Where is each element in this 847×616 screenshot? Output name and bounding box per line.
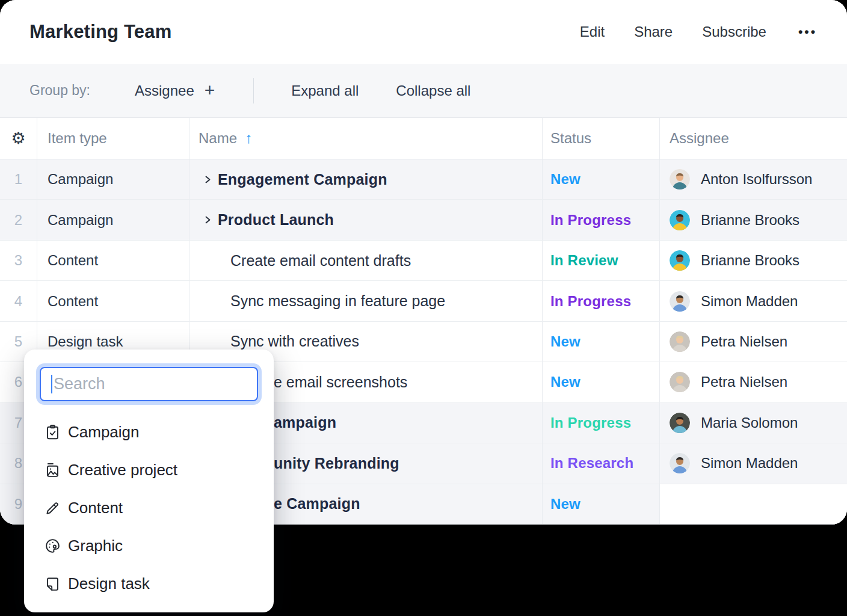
- assignee-cell[interactable]: Petra Nielsen: [660, 322, 847, 362]
- text-caret: [51, 375, 52, 393]
- column-header-assignee[interactable]: Assignee: [660, 118, 847, 159]
- dropdown-item-label: Creative project: [68, 461, 177, 479]
- table-row[interactable]: 4 Content Sync messaging in feature page…: [0, 281, 847, 321]
- assignee-cell[interactable]: Simon Madden: [660, 443, 847, 483]
- dropdown-item-creative-project[interactable]: Creative project: [24, 451, 274, 489]
- dropdown-item-label: Content: [68, 499, 123, 517]
- task-name: ampaign: [274, 414, 336, 431]
- chevron-right-icon[interactable]: [203, 215, 212, 224]
- toolbar: Group by: Assignee + Expand all Collapse…: [0, 64, 847, 117]
- sort-ascending-icon[interactable]: ↑: [245, 129, 253, 147]
- avatar: [670, 169, 690, 189]
- dropdown-item-campaign[interactable]: Campaign: [24, 413, 274, 451]
- assignee-cell[interactable]: Anton Isolfursson: [660, 159, 847, 199]
- status-cell[interactable]: New: [543, 159, 660, 199]
- column-header-name[interactable]: Name ↑: [189, 118, 543, 159]
- add-group-icon[interactable]: +: [205, 81, 215, 99]
- avatar: [670, 453, 690, 473]
- note-icon: [45, 576, 61, 592]
- assignee-name: Simon Madden: [701, 455, 798, 472]
- status-cell[interactable]: New: [543, 362, 660, 402]
- status-cell[interactable]: New: [543, 484, 660, 524]
- assignee-name: Anton Isolfursson: [701, 171, 812, 188]
- assignee-name: Maria Solomon: [701, 414, 798, 431]
- task-name: Create email content drafts: [230, 252, 411, 270]
- avatar: [670, 291, 690, 312]
- expand-all-button[interactable]: Expand all: [291, 82, 359, 99]
- dropdown-item-graphic[interactable]: Graphic: [24, 527, 274, 565]
- status-cell[interactable]: In Progress: [543, 200, 660, 239]
- assignee-cell[interactable]: Maria Solomon: [660, 403, 847, 443]
- name-cell[interactable]: Engagement Campaign: [189, 159, 543, 199]
- task-name: e Campaign: [274, 495, 360, 513]
- task-name: Product Launch: [218, 211, 334, 229]
- item-type-cell[interactable]: Campaign: [37, 200, 189, 239]
- assignee-name: Petra Nielsen: [701, 333, 787, 350]
- row-number: 2: [0, 200, 37, 239]
- dropdown-item-content[interactable]: Content: [24, 489, 274, 527]
- column-header-label: Assignee: [670, 130, 729, 147]
- dropdown-item-label: Campaign: [68, 423, 140, 442]
- column-header-item-type[interactable]: Item type: [37, 118, 189, 159]
- status-badge: In Research: [550, 455, 633, 472]
- table-row[interactable]: 3 Content Create email content drafts In…: [0, 241, 847, 281]
- group-by-selector[interactable]: Assignee +: [135, 82, 215, 100]
- group-by-value: Assignee: [135, 82, 194, 99]
- collapse-all-button[interactable]: Collapse all: [396, 82, 470, 99]
- assignee-cell[interactable]: Brianne Brooks: [660, 200, 847, 239]
- image-icon: [45, 462, 61, 478]
- dropdown-item-list: Campaign Creative project Content Graphi…: [24, 413, 274, 603]
- assignee-cell[interactable]: Brianne Brooks: [660, 241, 847, 280]
- status-cell[interactable]: New: [543, 322, 660, 362]
- assignee-cell[interactable]: [660, 484, 847, 524]
- title-actions: Edit Share Subscribe •••: [580, 23, 817, 40]
- item-type-cell[interactable]: Content: [37, 241, 189, 280]
- search-input[interactable]: [40, 367, 258, 401]
- assignee-name: Brianne Brooks: [701, 252, 799, 269]
- dropdown-item-design-task[interactable]: Design task: [24, 565, 274, 603]
- row-number: 4: [0, 281, 37, 321]
- status-cell[interactable]: In Review: [543, 241, 660, 280]
- status-cell[interactable]: In Progress: [543, 281, 660, 321]
- avatar: [670, 210, 690, 230]
- row-number: 1: [0, 159, 37, 199]
- toolbar-divider: [253, 78, 254, 103]
- assignee-name: Petra Nielsen: [701, 374, 787, 390]
- chevron-right-icon[interactable]: [203, 175, 212, 184]
- name-cell[interactable]: Sync messaging in feature page: [189, 281, 543, 321]
- assignee-cell[interactable]: Simon Madden: [660, 281, 847, 321]
- status-cell[interactable]: In Research: [543, 443, 660, 483]
- name-cell[interactable]: Product Launch: [189, 200, 543, 239]
- status-badge: In Review: [550, 252, 618, 269]
- status-badge: New: [550, 374, 581, 390]
- status-badge: New: [550, 496, 581, 513]
- subscribe-button[interactable]: Subscribe: [702, 23, 766, 40]
- item-type-cell[interactable]: Content: [37, 281, 189, 321]
- column-header-status[interactable]: Status: [543, 118, 660, 159]
- status-badge: New: [550, 333, 581, 350]
- assignee-cell[interactable]: Petra Nielsen: [660, 362, 847, 402]
- gear-icon: ⚙: [11, 131, 25, 147]
- more-menu-button[interactable]: •••: [796, 25, 817, 39]
- dropdown-item-label: Design task: [68, 574, 150, 593]
- row-number: 3: [0, 241, 37, 280]
- table-row[interactable]: 1 Campaign Engagement Campaign New Anton…: [0, 159, 847, 200]
- status-cell[interactable]: In Progress: [543, 403, 660, 443]
- task-name: unity Rebranding: [274, 455, 399, 472]
- table-row[interactable]: 2 Campaign Product Launch In Progress Br…: [0, 200, 847, 240]
- status-badge: In Progress: [550, 212, 631, 229]
- clipboard-check-icon: [45, 424, 61, 440]
- group-by-label: Group by:: [29, 82, 90, 99]
- task-name: Sync messaging in feature page: [230, 292, 445, 310]
- column-header-label: Status: [550, 130, 591, 147]
- item-type-cell[interactable]: Campaign: [37, 159, 189, 199]
- pen-icon: [45, 500, 61, 516]
- status-badge: In Progress: [550, 414, 631, 431]
- dropdown-item-label: Graphic: [68, 537, 123, 555]
- share-button[interactable]: Share: [634, 23, 673, 40]
- column-settings-button[interactable]: ⚙: [0, 118, 37, 159]
- avatar: [670, 413, 690, 433]
- assignee-name: Simon Madden: [701, 293, 798, 310]
- edit-button[interactable]: Edit: [580, 23, 605, 40]
- name-cell[interactable]: Create email content drafts: [189, 241, 543, 280]
